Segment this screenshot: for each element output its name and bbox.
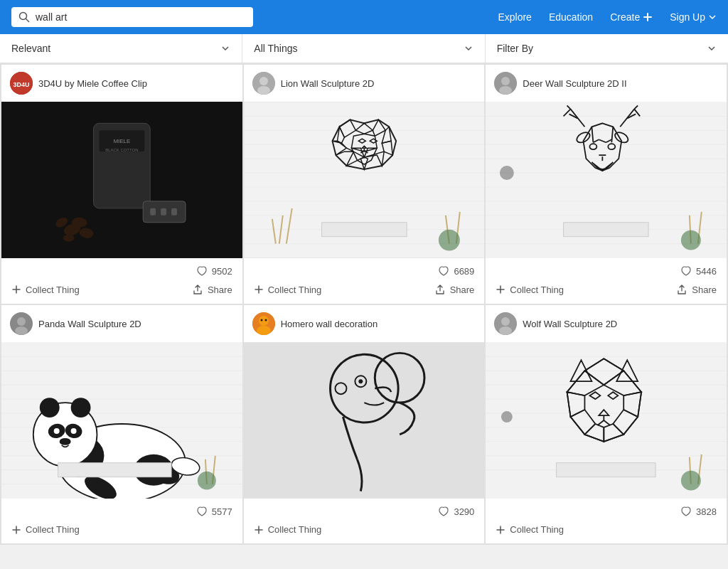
chevron-down-icon xyxy=(464,43,473,53)
card-panda: Panda Wall Sculpture 2D xyxy=(1,305,242,543)
svg-point-145 xyxy=(260,319,262,321)
avatar-coffee: 3D4U xyxy=(10,72,33,95)
like-count-deer: 5446 xyxy=(680,265,717,277)
svg-point-156 xyxy=(501,317,510,326)
svg-rect-19 xyxy=(171,208,177,216)
collect-button-wolf[interactable]: Collect Thing xyxy=(496,524,564,535)
heart-icon xyxy=(196,506,208,517)
search-icon xyxy=(18,11,30,23)
svg-point-146 xyxy=(264,319,267,321)
plus-icon xyxy=(11,525,21,535)
svg-point-126 xyxy=(40,398,60,418)
filter-by[interactable]: Filter By xyxy=(486,34,728,63)
nav-explore[interactable]: Explore xyxy=(498,11,531,23)
card-bottom-homer: Collect Thing xyxy=(244,521,485,543)
plus-icon xyxy=(496,284,505,294)
card-lion: Lion Wall Sculpture 2D xyxy=(244,65,485,304)
avatar-deer xyxy=(494,72,517,95)
svg-text:MIELE: MIELE xyxy=(113,138,130,144)
collect-button-panda[interactable]: Collect Thing xyxy=(11,524,80,535)
svg-point-68 xyxy=(499,86,512,95)
share-button-deer[interactable]: Share xyxy=(676,284,717,295)
card-deer: Deer Wall Sculpture 2D II xyxy=(486,65,727,304)
svg-text:3D4U: 3D4U xyxy=(13,81,29,88)
card-actions-deer: 5446 xyxy=(486,258,727,281)
avatar-lion xyxy=(252,72,275,95)
svg-point-109 xyxy=(17,317,26,326)
card-image-lion xyxy=(244,102,485,258)
share-button-coffee[interactable]: Share xyxy=(192,284,232,295)
svg-rect-17 xyxy=(150,208,156,216)
svg-text:BLACK COTTON: BLACK COTTON xyxy=(105,148,138,152)
svg-point-132 xyxy=(60,438,71,445)
svg-rect-57 xyxy=(321,223,407,237)
card-title-deer: Deer Wall Sculpture 2D II xyxy=(523,78,626,89)
filter-sort[interactable]: Relevant xyxy=(0,34,242,63)
collect-button-lion[interactable]: Collect Thing xyxy=(254,284,322,295)
card-header-homer: Homero wall decoration xyxy=(244,305,485,342)
nav-signup[interactable]: Sign Up xyxy=(670,11,717,23)
share-button-lion[interactable]: Share xyxy=(434,284,475,295)
svg-point-23 xyxy=(259,77,268,85)
heart-icon xyxy=(680,506,692,517)
header: wall art Explore Education Create Sign U… xyxy=(0,0,728,34)
card-title-coffee: 3D4U by Miele Coffee Clip xyxy=(38,78,147,89)
svg-rect-136 xyxy=(58,463,171,477)
chevron-down-icon xyxy=(220,43,230,53)
svg-point-152 xyxy=(358,379,363,383)
like-count-homer: 3290 xyxy=(438,506,474,517)
collect-button-coffee[interactable]: Collect Thing xyxy=(11,284,80,295)
nav-create[interactable]: Create xyxy=(610,11,653,23)
card-header-lion: Lion Wall Sculpture 2D xyxy=(244,65,485,102)
card-bottom-coffee: Collect Thing Share xyxy=(1,281,242,304)
collect-button-homer[interactable]: Collect Thing xyxy=(254,524,322,535)
card-header-deer: Deer Wall Sculpture 2D II xyxy=(486,65,727,102)
search-bar[interactable]: wall art xyxy=(11,7,253,27)
header-nav: Explore Education Create Sign Up xyxy=(498,11,717,23)
like-count-wolf: 3828 xyxy=(680,506,717,517)
like-count-panda: 5577 xyxy=(196,506,232,517)
plus-icon xyxy=(254,284,264,294)
card-bottom-wolf: Collect Thing xyxy=(486,521,727,543)
plus-icon xyxy=(496,525,505,535)
chevron-down-icon xyxy=(708,13,717,21)
nav-education[interactable]: Education xyxy=(549,11,593,23)
card-image-coffee: MIELE BLACK COTTON xyxy=(1,102,242,258)
share-icon xyxy=(676,284,687,295)
card-header-panda: Panda Wall Sculpture 2D xyxy=(1,305,242,342)
avatar-homer xyxy=(252,312,275,335)
svg-rect-186 xyxy=(557,463,655,477)
cards-grid: 3D4U 3D4U by Miele Coffee Clip MIELE BLA… xyxy=(0,63,728,545)
card-image-deer xyxy=(486,102,727,258)
card-header-coffee: 3D4U 3D4U by Miele Coffee Clip xyxy=(1,65,242,102)
svg-point-24 xyxy=(257,86,270,95)
chevron-down-icon xyxy=(707,43,717,53)
filter-row: Relevant All Things Filter By xyxy=(0,34,728,63)
share-icon xyxy=(192,284,203,295)
svg-point-127 xyxy=(71,398,91,418)
avatar-panda xyxy=(10,312,33,335)
card-header-wolf: Wolf Wall Sculpture 2D xyxy=(486,305,727,342)
card-homer: Homero wall decoration xyxy=(244,305,485,543)
plus-icon xyxy=(11,284,21,294)
svg-point-63 xyxy=(439,230,460,251)
card-image-wolf xyxy=(486,342,727,499)
search-input[interactable]: wall art xyxy=(36,11,246,23)
svg-rect-101 xyxy=(564,223,649,237)
avatar-wolf xyxy=(494,312,517,335)
collect-button-deer[interactable]: Collect Thing xyxy=(496,284,564,295)
card-bottom-lion: Collect Thing Share xyxy=(244,281,485,304)
filter-category[interactable]: All Things xyxy=(242,34,485,63)
card-title-panda: Panda Wall Sculpture 2D xyxy=(38,319,141,329)
card-actions-homer: 3290 xyxy=(244,499,485,521)
card-title-lion: Lion Wall Sculpture 2D xyxy=(281,78,375,89)
svg-point-104 xyxy=(681,230,701,250)
card-coffee: 3D4U 3D4U by Miele Coffee Clip MIELE BLA… xyxy=(1,65,242,304)
svg-rect-18 xyxy=(161,208,166,216)
svg-point-15 xyxy=(63,235,75,242)
card-actions-coffee: 9502 xyxy=(1,258,242,281)
plus-icon xyxy=(643,12,653,22)
card-actions-lion: 6689 xyxy=(244,258,485,281)
svg-point-139 xyxy=(198,472,216,490)
svg-point-130 xyxy=(54,428,60,434)
